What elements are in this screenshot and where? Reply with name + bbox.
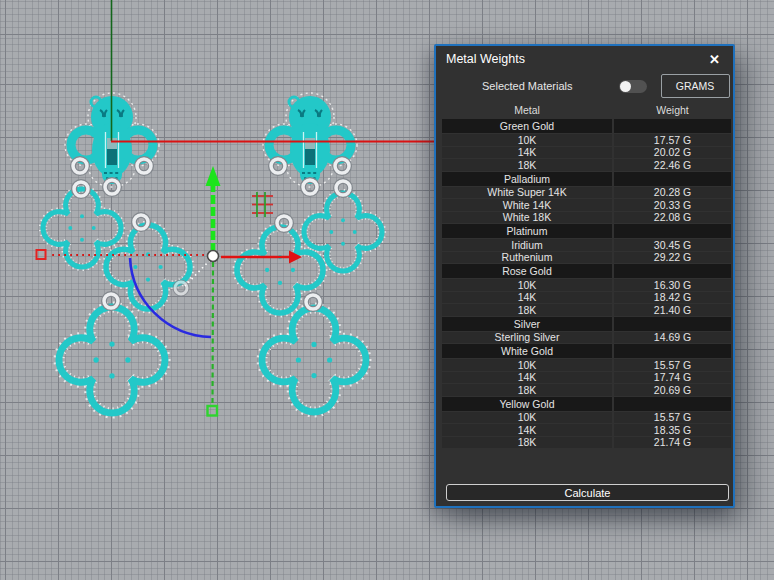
gizmo-anchor-square-red[interactable] [37,250,46,259]
clover-right-large[interactable] [262,308,366,412]
scale-widget[interactable] [252,192,273,217]
metal-weight-row: 18K20.69 G [442,384,731,396]
metal-weight-row: White 14K20.33 G [442,199,731,211]
viewport-3d[interactable]: Metal Weights ✕ Selected Materials GRAMS… [0,0,774,580]
units-button[interactable]: GRAMS [661,74,730,98]
metal-weight-row: 18K21.74 G [442,437,731,449]
gizmo-move-y-arrowhead[interactable] [206,166,221,186]
metal-weight-row: White 18K22.08 G [442,212,731,224]
metal-weight-row: 10K15.57 G [442,412,731,424]
gizmo-rotate-arc[interactable] [130,258,211,337]
metal-weight-row: White Super 14K20.28 G [442,187,731,199]
metal-weight-row: 14K18.42 G [442,292,731,304]
calculate-button[interactable]: Calculate [446,484,729,501]
table-column-headers: Metal Weight [436,103,733,117]
section-header-row: Palladium [442,172,731,186]
metal-weight-row: Iridium30.45 G [442,239,731,251]
metal-weight-row: Sterling Silver14.69 G [442,332,731,344]
metal-weight-row: 18K21.40 G [442,304,731,316]
panel-controls: Selected Materials GRAMS [436,72,733,100]
gizmo-green-dashed-line [213,262,214,403]
clover-left-large[interactable] [59,307,165,413]
gizmo-origin-dot[interactable] [208,251,219,262]
metal-weight-row: 10K17.57 G [442,134,731,146]
section-header-row: Platinum [442,224,731,238]
section-header-row: Silver [442,317,731,331]
metal-weights-panel: Metal Weights ✕ Selected Materials GRAMS… [434,44,735,508]
panel-title: Metal Weights [446,52,525,66]
section-header-row: White Gold [442,344,731,358]
section-header-row: Yellow Gold [442,397,731,411]
column-header-weight: Weight [614,103,731,117]
selected-materials-toggle[interactable] [619,80,647,93]
column-header-metal: Metal [442,103,612,117]
weights-table: Green Gold10K17.57 G14K20.02 G18K22.46 G… [436,117,733,448]
gizmo-anchor-square-green[interactable] [208,406,218,416]
panel-header: Metal Weights ✕ [436,46,733,70]
bail-ring-right [306,295,320,309]
section-header-row: Rose Gold [442,264,731,278]
toggle-knob [620,81,631,92]
snap-ring [175,282,187,294]
metal-weight-row: 18K22.46 G [442,159,731,171]
metal-weight-row: 10K15.57 G [442,359,731,371]
metal-weight-row: Ruthenium29.22 G [442,252,731,264]
bail-ring-left [104,294,118,308]
metal-weight-row: 14K20.02 G [442,147,731,159]
close-icon[interactable]: ✕ [706,52,723,67]
selected-materials-label: Selected Materials [482,80,573,92]
metal-weight-row: 14K18.35 G [442,424,731,436]
metal-weight-row: 10K16.30 G [442,279,731,291]
section-header-row: Green Gold [442,119,731,133]
metal-weight-row: 14K17.74 G [442,372,731,384]
